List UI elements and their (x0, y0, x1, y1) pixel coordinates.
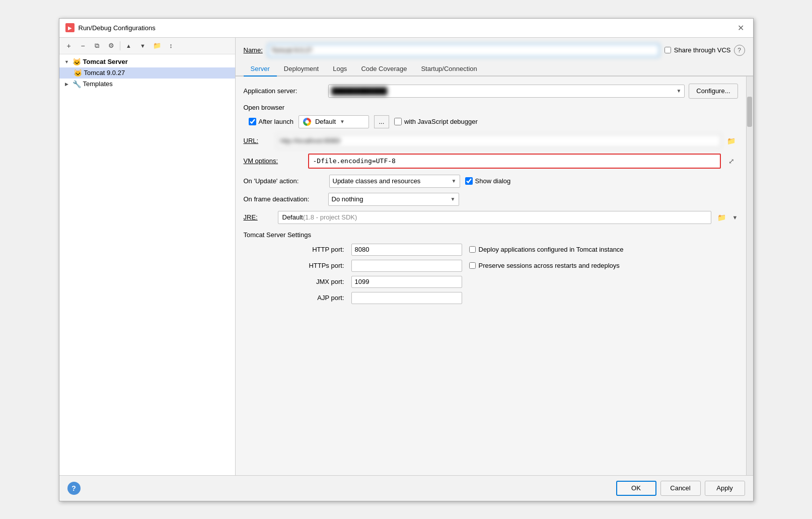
browser-ellipsis-button[interactable]: ... (374, 115, 389, 128)
help-button[interactable]: ? (734, 45, 745, 56)
name-label: Name: (244, 46, 263, 54)
help-circle-button[interactable]: ? (67, 482, 81, 495)
url-input[interactable] (277, 134, 721, 147)
on-update-value: Update classes and resources (333, 177, 421, 185)
ajp-port-label: AJP port: (244, 294, 344, 302)
port-grid: HTTP port: Deploy applications configure… (244, 244, 738, 304)
on-update-row: On 'Update' action: Update classes and r… (244, 175, 738, 188)
sort-button[interactable]: ↕ (165, 40, 178, 52)
move-up-button[interactable]: ▲ (122, 40, 135, 52)
jmx-port-label: JMX port: (244, 278, 344, 285)
vm-options-input[interactable] (308, 154, 721, 169)
deploy-label: Deploy applications configured in Tomcat… (479, 246, 624, 253)
on-update-arrow: ▼ (452, 178, 457, 184)
tab-code-coverage[interactable]: Code Coverage (354, 62, 414, 77)
on-frame-value: Do nothing (332, 195, 363, 203)
apply-button[interactable]: Apply (705, 481, 745, 496)
after-launch-check[interactable]: After launch (249, 118, 293, 125)
tree-area: ▼ 🐱 Tomcat Server 🐱 Tomcat 9.0.27 ▶ 🔧 Te… (59, 54, 235, 92)
copy-button[interactable]: ⧉ (91, 40, 104, 52)
preserve-label: Preserve sessions across restarts and re… (479, 262, 620, 269)
deploy-check-group: Deploy applications configured in Tomcat… (469, 246, 738, 253)
tree-toggle-templates[interactable]: ▶ (63, 81, 70, 88)
after-launch-checkbox[interactable] (249, 118, 256, 125)
title-bar: ▶ Run/Debug Configurations ✕ (59, 19, 753, 38)
js-debugger-label: with JavaScript debugger (404, 118, 478, 125)
show-dialog-checkbox[interactable] (465, 177, 473, 185)
http-port-input[interactable] (351, 244, 462, 256)
show-dialog-label: Show dialog (475, 177, 511, 185)
tree-item-templates[interactable]: ▶ 🔧 Templates (59, 79, 235, 90)
js-debugger-checkbox[interactable] (394, 118, 402, 125)
http-port-label: HTTP port: (244, 246, 344, 253)
app-server-row: Application server: ████████████ ▼ Confi… (244, 84, 738, 99)
deploy-checkbox[interactable] (469, 246, 476, 253)
settings-button[interactable]: ⚙ (105, 40, 118, 52)
tree-label-templates: Templates (83, 80, 113, 88)
after-launch-label: After launch (259, 118, 293, 125)
on-update-dropdown[interactable]: Update classes and resources ▼ (329, 175, 460, 188)
scrollbar[interactable] (746, 77, 753, 475)
ajp-port-input[interactable] (351, 292, 462, 304)
jre-default-text: Default (282, 213, 303, 221)
name-input[interactable] (268, 44, 659, 57)
app-icon: ▶ (65, 23, 75, 32)
url-row: URL: 📁 (244, 134, 738, 147)
jre-dropdown-arrow[interactable]: ▼ (732, 214, 738, 220)
tree-item-tomcat-server[interactable]: ▼ 🐱 Tomcat Server (59, 56, 235, 67)
js-debugger-check[interactable]: with JavaScript debugger (394, 118, 478, 125)
cancel-button[interactable]: Cancel (660, 481, 701, 496)
app-server-dropdown[interactable]: ████████████ ▼ (328, 85, 685, 98)
templates-icon: 🔧 (72, 80, 81, 88)
open-browser-section: Open browser After launch Default ▼ (244, 104, 738, 128)
tree-item-tomcat-child[interactable]: 🐱 Tomcat 9.0.27 (59, 67, 235, 79)
share-vcs-checkbox[interactable] (665, 47, 671, 53)
tomcat-child-icon: 🐱 (73, 69, 82, 77)
right-panel: Name: Share through VCS ? Server Deploym… (236, 38, 753, 475)
move-down-button[interactable]: ▼ (136, 40, 150, 52)
close-button[interactable]: ✕ (734, 22, 747, 34)
dialog-title: Run/Debug Configurations (79, 24, 156, 32)
preserve-check-group: Preserve sessions across restarts and re… (469, 262, 738, 269)
preserve-checkbox[interactable] (469, 262, 476, 269)
tree-toggle-tomcat[interactable]: ▼ (63, 58, 70, 65)
scrollbar-thumb[interactable] (747, 97, 752, 127)
jmx-port-input[interactable] (351, 276, 462, 288)
chrome-icon (303, 118, 311, 126)
jre-row: JRE: Default (1.8 - project SDK) 📁 ▼ (244, 211, 738, 224)
app-server-label: Application server: (244, 87, 324, 95)
toolbar-divider (120, 41, 120, 50)
vm-expand-button[interactable]: ⤢ (725, 155, 738, 168)
show-dialog-check[interactable]: Show dialog (465, 177, 511, 185)
configure-button[interactable]: Configure... (689, 84, 737, 99)
tab-logs[interactable]: Logs (326, 62, 354, 77)
tab-startup-connection[interactable]: Startup/Connection (414, 62, 484, 77)
ok-button[interactable]: OK (616, 481, 656, 496)
url-folder-button[interactable]: 📁 (725, 134, 738, 147)
folder-button[interactable]: 📁 (151, 40, 164, 52)
share-vcs-label: Share through VCS (674, 46, 731, 54)
browser-arrow: ▼ (340, 119, 345, 124)
jre-input[interactable]: Default (1.8 - project SDK) (278, 211, 711, 224)
remove-button[interactable]: − (77, 40, 90, 52)
tab-deployment[interactable]: Deployment (277, 62, 326, 77)
on-frame-label: On frame deactivation: (244, 195, 324, 203)
tree-label-tomcat-server: Tomcat Server (83, 58, 128, 65)
tab-server[interactable]: Server (244, 62, 277, 77)
run-debug-dialog: ▶ Run/Debug Configurations ✕ + − ⧉ ⚙ ▲ ▼… (59, 18, 754, 501)
on-frame-arrow: ▼ (451, 196, 456, 202)
left-panel: + − ⧉ ⚙ ▲ ▼ 📁 ↕ ▼ 🐱 Tomcat Server (59, 38, 236, 475)
content-area: + − ⧉ ⚙ ▲ ▼ 📁 ↕ ▼ 🐱 Tomcat Server (59, 38, 753, 475)
on-frame-dropdown[interactable]: Do nothing ▼ (328, 193, 459, 206)
title-bar-left: ▶ Run/Debug Configurations (65, 23, 156, 32)
tomcat-icon: 🐱 (72, 58, 81, 66)
form-area: Application server: ████████████ ▼ Confi… (236, 77, 746, 475)
vm-options-label: VM options: (244, 157, 304, 165)
https-port-input[interactable] (351, 260, 462, 272)
jre-sdk-text: (1.8 - project SDK) (303, 213, 357, 221)
vm-options-row: 3 → VM options: ⤢ (244, 154, 738, 169)
add-button[interactable]: + (62, 40, 76, 52)
app-server-arrow: ▼ (676, 88, 681, 94)
browser-dropdown[interactable]: Default ▼ (299, 115, 369, 128)
jre-folder-button[interactable]: 📁 (715, 211, 728, 224)
